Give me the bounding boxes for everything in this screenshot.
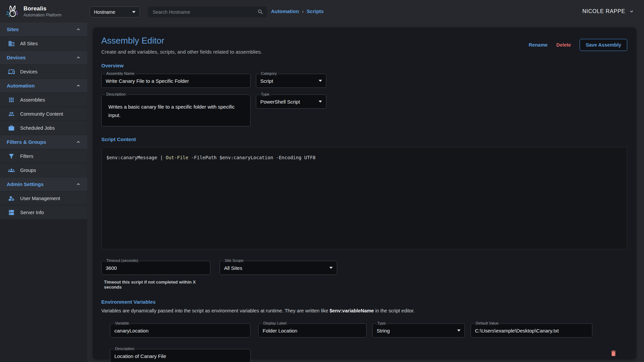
user-name: NICOLE RAPPE: [582, 8, 625, 14]
sidebar-item-scheduled-jobs[interactable]: Scheduled Jobs: [0, 121, 87, 135]
sidebar-section-label: Sites: [7, 26, 19, 32]
variable-type-label: Type: [376, 321, 387, 325]
breadcrumb-scripts[interactable]: Scripts: [307, 8, 324, 14]
script-editor[interactable]: $env:canaryMessage | Out-File -FilePath …: [101, 147, 627, 249]
sidebar-item-groups[interactable]: Groups: [0, 163, 87, 177]
category-label: Category: [259, 71, 278, 75]
description-label: Description: [105, 92, 127, 96]
sidebar-section-label: Devices: [7, 55, 26, 60]
timeout-input[interactable]: [106, 265, 206, 271]
sidebar-section-filters-groups[interactable]: Filters & Groups: [0, 135, 87, 149]
panel-header: Assembly Editor Create and edit variable…: [101, 36, 627, 55]
breadcrumb-automation[interactable]: Automation: [271, 8, 299, 14]
dropdown-caret-icon: [319, 101, 322, 103]
type-label: Type: [259, 92, 271, 96]
chevron-up-icon: [75, 83, 81, 88]
default-value-field-wrap: Default Value: [471, 323, 592, 338]
code-cmdlet: Out-File: [166, 155, 188, 160]
search-icon[interactable]: [257, 9, 264, 15]
overview-row-2: Description Writes a basic canary file t…: [101, 95, 627, 126]
variable-type-select[interactable]: Type String: [372, 323, 465, 338]
sidebar-item-all-sites[interactable]: All Sites: [0, 37, 87, 51]
sidebar-section-label: Admin Settings: [7, 181, 44, 187]
variable-description-field-wrap: Description: [110, 349, 251, 362]
sidebar-item-label: Devices: [20, 69, 38, 74]
sidebar-section-automation[interactable]: Automation: [0, 79, 87, 93]
app-root: Borealis Automation Platform Sites All S…: [0, 0, 644, 362]
env-intro-text: Variables are dynamically passed into th…: [101, 308, 329, 313]
timeout-field-wrap: Timeout (seconds): [101, 261, 210, 275]
brand: Borealis Automation Platform: [0, 0, 87, 22]
hostname-select-value: Hostname: [94, 9, 115, 15]
delete-variable-button[interactable]: [610, 350, 617, 358]
sidebar-item-server-info[interactable]: Server Info: [0, 205, 87, 220]
sidebar-section-label: Automation: [7, 83, 35, 88]
sidebar-item-assemblies[interactable]: Assemblies: [0, 93, 87, 107]
chevron-down-icon: [629, 8, 635, 14]
sidebar-item-label: Community Content: [20, 111, 63, 117]
building-icon: [8, 40, 15, 47]
variable-field-wrap: Variable: [110, 323, 251, 338]
dropdown-caret-icon: [329, 267, 333, 269]
default-value-label: Default Value: [474, 321, 500, 325]
assembly-name-input[interactable]: [106, 78, 246, 84]
delete-button[interactable]: Delete: [556, 42, 571, 48]
assembly-editor-panel: Assembly Editor Create and edit variable…: [93, 27, 636, 359]
user-menu[interactable]: NICOLE RAPPE: [582, 0, 635, 22]
sidebar-item-devices[interactable]: Devices: [0, 65, 87, 79]
devices-icon: [8, 68, 15, 75]
borealis-logo-icon: [5, 4, 20, 19]
variable-input[interactable]: [114, 328, 246, 334]
env-intro-code: $env:variableName: [329, 308, 374, 313]
brand-subtitle: Automation Platform: [23, 13, 61, 17]
community-icon: [8, 111, 15, 117]
search-input[interactable]: [153, 9, 257, 15]
variable-description-label: Description: [113, 347, 136, 351]
description-input[interactable]: Writes a basic canary file to a specific…: [102, 95, 250, 126]
page-subtitle: Create and edit variables, scripts, and …: [101, 49, 262, 55]
rename-button[interactable]: Rename: [529, 42, 547, 48]
dropdown-caret-icon: [319, 80, 322, 82]
overview-heading: Overview: [101, 63, 627, 68]
server-icon: [8, 209, 15, 216]
site-scope-select[interactable]: Site Scope All Sites: [220, 261, 337, 275]
chevron-up-icon: [75, 26, 81, 32]
sidebar-filler: [0, 220, 87, 362]
variable-description-input[interactable]: [114, 353, 246, 359]
script-code: $env:canaryMessage | Out-File -FilePath …: [102, 147, 627, 168]
sidebar-section-devices[interactable]: Devices: [0, 51, 87, 65]
filter-icon: [8, 153, 15, 160]
category-select[interactable]: Category Script: [256, 74, 326, 88]
page-title: Assembly Editor: [101, 36, 262, 46]
sidebar-item-user-management[interactable]: User Management: [0, 191, 87, 205]
chevron-up-icon: [75, 139, 81, 145]
brand-text: Borealis Automation Platform: [23, 5, 61, 17]
sidebar-section-sites[interactable]: Sites: [0, 22, 87, 37]
sidebar-item-label: Scheduled Jobs: [20, 125, 55, 131]
sidebar-nav: Sites All Sites Devices Devices Automati…: [0, 22, 87, 220]
env-variable-fields: Variable Display Label Type String: [110, 323, 627, 338]
sidebar: Borealis Automation Platform Sites All S…: [0, 0, 87, 362]
type-select[interactable]: Type PowerShell Script: [256, 95, 326, 109]
variable-label: Variable: [113, 321, 130, 325]
display-label-input[interactable]: [263, 328, 362, 334]
dropdown-caret-icon: [132, 11, 136, 13]
hostname-select[interactable]: Hostname: [90, 6, 140, 17]
sidebar-section-label: Filters & Groups: [7, 139, 46, 145]
sidebar-item-label: Assemblies: [20, 97, 45, 103]
content: Assembly Editor Create and edit variable…: [87, 22, 644, 362]
timeout-helper-text: Timeout this script if not completed wit…: [104, 280, 210, 290]
save-assembly-button[interactable]: Save Assembly: [580, 39, 627, 51]
env-vars-intro: Variables are dynamically passed into th…: [101, 308, 627, 313]
default-value-input[interactable]: [475, 328, 588, 334]
sidebar-item-filters[interactable]: Filters: [0, 149, 87, 163]
sidebar-section-admin-settings[interactable]: Admin Settings: [0, 177, 87, 191]
user-settings-icon: [8, 195, 15, 202]
timeout-column: Timeout (seconds) Timeout this script if…: [101, 261, 210, 290]
brand-name: Borealis: [23, 5, 61, 12]
assembly-name-label: Assembly Name: [105, 71, 136, 75]
timeout-label: Timeout (seconds): [105, 258, 140, 262]
code-segment: -FilePath $env:canaryLocation -Encoding …: [188, 155, 315, 160]
sidebar-item-community-content[interactable]: Community Content: [0, 107, 87, 121]
timeout-row: Timeout (seconds) Timeout this script if…: [101, 261, 627, 290]
